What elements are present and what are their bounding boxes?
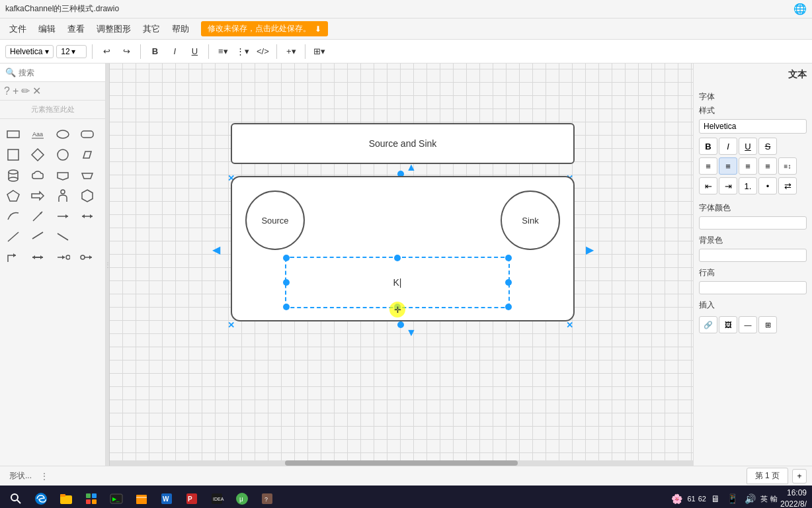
menu-other[interactable]: 其它 [138, 21, 165, 38]
shape-right-angle-arrow[interactable] [4, 248, 22, 267]
bold-button[interactable]: B [146, 43, 163, 60]
horizontal-scrollbar[interactable] [110, 460, 693, 466]
underline-button[interactable]: U [186, 43, 203, 60]
align-right[interactable]: ≡ [739, 157, 757, 175]
save-notice[interactable]: 修改未保存，点击此处保存。 ⬇ [201, 21, 328, 36]
format-strikethrough[interactable]: S [758, 138, 777, 155]
code-button[interactable]: </> [254, 43, 271, 60]
menu-view[interactable]: 查看 [62, 21, 90, 38]
taskbar-store[interactable] [81, 488, 102, 508]
format-extra[interactable]: ≡↕ [778, 157, 797, 175]
tray-monitor2[interactable]: 📱 [725, 492, 740, 505]
shape-circle[interactable] [54, 146, 72, 164]
shape-arrow-circle2[interactable] [78, 248, 97, 267]
line-height-input[interactable] [699, 281, 807, 294]
shape-parallelogram[interactable] [78, 146, 97, 164]
sink-circle[interactable]: Sink [501, 190, 560, 250]
shapes-button[interactable]: 形状... [5, 469, 36, 483]
shape-diamond[interactable] [28, 146, 47, 164]
insert-image[interactable]: 🖼 [719, 316, 737, 333]
shape-right-arrow-line[interactable] [54, 207, 72, 226]
font-size-selector[interactable]: 12 ▾ [56, 45, 87, 58]
add-icon[interactable]: + [13, 85, 19, 97]
question-icon[interactable]: ? [4, 85, 10, 97]
font-selector[interactable]: Helvetica ▾ [5, 45, 54, 58]
canvas-area[interactable]: ▲ ▼ ◀ ▶ ✕ ✕ ✕ ✕ Source Si [110, 64, 693, 466]
add-page-button[interactable]: + [792, 469, 807, 484]
shape-ellipse[interactable] [54, 125, 72, 144]
tray-speaker[interactable]: 🔊 [743, 492, 758, 505]
insert-hr[interactable]: — [739, 316, 757, 333]
taskbar-unknown[interactable]: ? [257, 488, 278, 508]
list-unordered[interactable]: • [758, 177, 777, 194]
bottom-menu-icon[interactable]: ⋮ [40, 471, 49, 482]
insert-table[interactable]: ⊞ [758, 316, 777, 333]
undo-button[interactable]: ↩ [98, 43, 115, 60]
taskbar-search[interactable] [5, 488, 26, 508]
taskbar-edge[interactable] [30, 488, 52, 508]
shape-line[interactable] [4, 228, 22, 246]
shape-diagonal-arrow[interactable] [28, 207, 47, 226]
inner-dot-ml[interactable] [283, 279, 290, 286]
shape-diagonal-up[interactable] [28, 228, 47, 246]
indent-left[interactable]: ⇤ [699, 177, 717, 194]
format-bold[interactable]: B [699, 138, 717, 155]
text-direction[interactable]: ⇄ [778, 177, 797, 194]
insert-link[interactable]: 🔗 [699, 316, 717, 333]
table-button[interactable]: ⊞▾ [311, 43, 328, 60]
redo-button[interactable]: ↪ [118, 43, 135, 60]
menu-adjust[interactable]: 调整图形 [91, 21, 136, 38]
shape-trapezoid[interactable] [78, 166, 97, 185]
shape-hexagon[interactable] [78, 187, 97, 205]
taskbar-explorer[interactable] [56, 488, 77, 508]
shape-cylinder[interactable] [4, 166, 22, 185]
taskbar-torrent[interactable]: μ [231, 488, 253, 508]
scrollbar-thumb[interactable] [285, 460, 518, 466]
inner-dot-tm[interactable] [394, 255, 401, 261]
align-center[interactable]: ≡ [719, 157, 737, 175]
selection-arrow-left[interactable]: ◀ [212, 243, 220, 256]
selection-arrow-bottom[interactable]: ▼ [406, 327, 417, 339]
tray-sakura[interactable]: 🌸 [669, 492, 684, 505]
shape-arrow-right[interactable] [28, 187, 47, 205]
tray-lang[interactable]: 英 [760, 494, 768, 504]
shape-rect[interactable] [4, 125, 22, 144]
taskbar-files[interactable] [131, 488, 152, 508]
bg-color-picker[interactable] [699, 249, 807, 262]
format-italic[interactable]: I [719, 138, 737, 155]
italic-button[interactable]: I [166, 43, 183, 60]
font-value[interactable]: Helvetica [699, 119, 807, 134]
inner-dot-tr[interactable] [505, 255, 512, 261]
search-input[interactable] [19, 68, 100, 77]
menu-file[interactable]: 文件 [4, 21, 32, 38]
sel-dot-bottom[interactable] [397, 321, 404, 328]
shape-text[interactable]: Aaa [28, 125, 47, 144]
shape-curve[interactable] [4, 207, 22, 226]
shape-diagonal-down[interactable] [54, 228, 72, 246]
list-ordered[interactable]: 1. [739, 177, 757, 194]
tray-monitor1[interactable]: 🖥 [709, 492, 722, 505]
edit-icon[interactable]: ✏ [21, 85, 30, 97]
shape-person[interactable] [54, 187, 72, 205]
shape-double-arrow[interactable] [78, 207, 97, 226]
inner-dot-bl[interactable] [283, 304, 290, 310]
inner-dot-tl[interactable] [283, 255, 290, 261]
format-underline[interactable]: U [739, 138, 757, 155]
shape-double-end-arrow[interactable] [28, 248, 47, 267]
shape-cloud[interactable] [28, 166, 47, 185]
tray-input[interactable]: 輸 [770, 494, 778, 504]
inner-k-box[interactable]: K| ✛ [285, 257, 510, 308]
source-circle[interactable]: Source [245, 190, 305, 250]
taskbar-word[interactable]: W [156, 488, 177, 508]
shape-rounded[interactable] [78, 125, 97, 144]
shape-arrow-with-circle[interactable] [54, 248, 72, 267]
inner-dot-mr[interactable] [505, 279, 512, 286]
align-justify[interactable]: ≡ [758, 157, 777, 175]
align-left[interactable]: ≡ [699, 157, 717, 175]
page-tab[interactable]: 第 1 页 [747, 468, 788, 484]
taskbar-ppt[interactable]: P [181, 488, 202, 508]
insert-button[interactable]: +▾ [282, 43, 300, 60]
inner-dot-br[interactable] [505, 304, 512, 310]
taskbar-terminal[interactable]: ▶_ [106, 488, 127, 508]
close-icon[interactable]: ✕ [32, 85, 41, 97]
